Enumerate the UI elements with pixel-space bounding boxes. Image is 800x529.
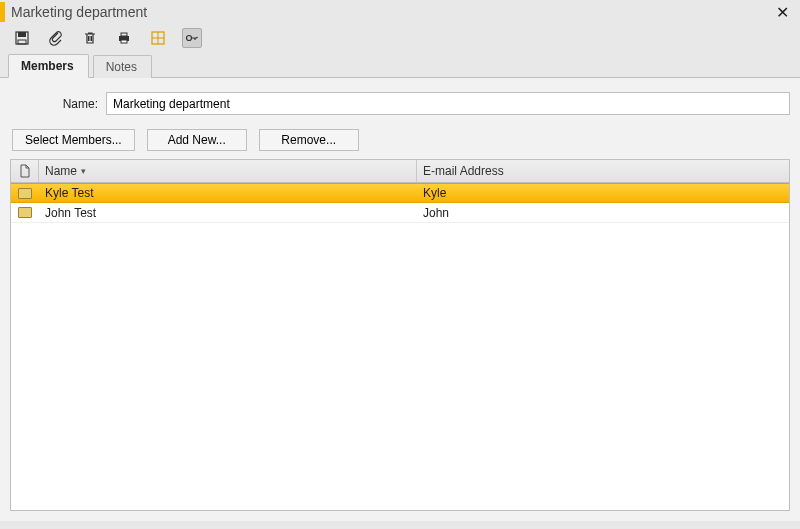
attachment-icon[interactable] (46, 28, 66, 48)
name-input[interactable] (106, 92, 790, 115)
svg-point-9 (187, 36, 192, 41)
tab-notes[interactable]: Notes (93, 55, 152, 78)
column-header-name[interactable]: Name ▾ (39, 160, 417, 182)
document-icon (19, 164, 31, 178)
select-members-button[interactable]: Select Members... (12, 129, 135, 151)
table-row[interactable]: Kyle Test Kyle (11, 183, 789, 203)
table-row[interactable]: John Test John (11, 203, 789, 223)
tab-strip: Members Notes (0, 54, 800, 78)
add-new-button[interactable]: Add New... (147, 129, 247, 151)
cell-name: John Test (39, 206, 417, 220)
svg-rect-4 (121, 33, 127, 36)
sort-desc-icon: ▾ (81, 166, 86, 176)
app-icon (0, 2, 5, 22)
name-label: Name: (10, 97, 106, 111)
contact-icon (18, 207, 32, 218)
save-icon[interactable] (12, 28, 32, 48)
close-icon: ✕ (776, 3, 789, 22)
toolbar (0, 24, 800, 54)
print-icon[interactable] (114, 28, 134, 48)
table-body: Kyle Test Kyle John Test John (11, 183, 789, 510)
cell-email: John (417, 206, 789, 220)
key-icon[interactable] (182, 28, 202, 48)
contact-icon (18, 188, 32, 199)
layout-icon[interactable] (148, 28, 168, 48)
column-header-icon[interactable] (11, 160, 39, 182)
column-header-email-label: E-mail Address (423, 164, 504, 178)
remove-button[interactable]: Remove... (259, 129, 359, 151)
column-header-email[interactable]: E-mail Address (417, 160, 789, 182)
cell-email: Kyle (417, 186, 789, 200)
delete-icon[interactable] (80, 28, 100, 48)
window-title: Marketing department (11, 4, 770, 20)
cell-name: Kyle Test (39, 186, 417, 200)
svg-rect-5 (121, 40, 127, 43)
members-table: Name ▾ E-mail Address Kyle Test Kyle Joh… (10, 159, 790, 511)
column-header-name-label: Name (45, 164, 77, 178)
svg-rect-1 (18, 32, 26, 37)
close-button[interactable]: ✕ (770, 2, 794, 22)
tab-members[interactable]: Members (8, 54, 89, 78)
